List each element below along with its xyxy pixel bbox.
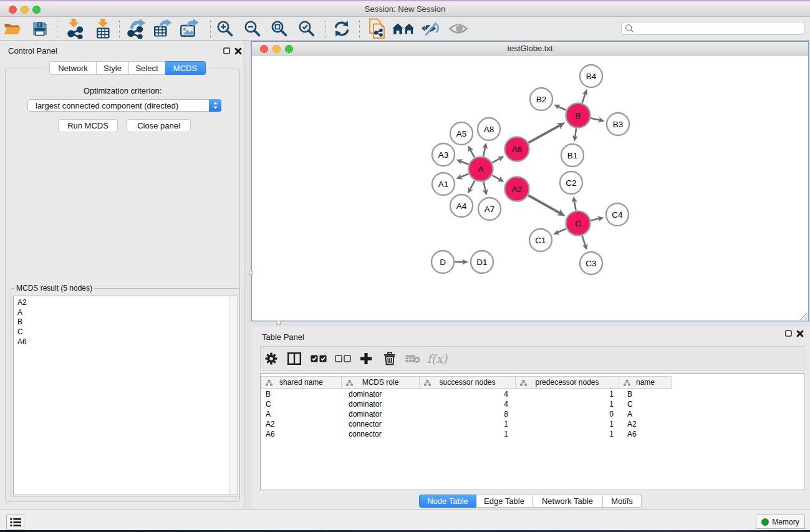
cell-predecessor_nodes[interactable]: 0 [516,409,619,419]
zoom-out-button[interactable] [244,20,261,37]
tab-select[interactable]: Select [129,61,165,75]
tab-node-table[interactable]: Node Table [419,495,476,508]
cell-mcds_role[interactable]: dominator [342,389,420,399]
mcds-result-list[interactable]: A2ABCA6 [13,296,238,495]
table-row[interactable]: A2connector11A2 [261,419,804,429]
edge-C-C1[interactable] [557,229,566,233]
deselect-all-button[interactable] [335,355,351,362]
search-field[interactable] [621,22,804,35]
mcds-result-item[interactable]: A6 [17,337,238,347]
edge-B-B1[interactable] [575,128,576,137]
cell-shared_name[interactable]: A6 [261,429,342,439]
cell-predecessor_nodes[interactable]: 1 [516,419,619,429]
add-column-button[interactable] [360,353,372,364]
cell-name[interactable]: B [619,389,672,399]
window-bottom-handle[interactable] [276,321,281,325]
cell-name[interactable]: C [619,399,672,409]
network-minimize-button[interactable] [272,45,281,53]
table-row[interactable]: A6connector11A6 [261,429,804,439]
edge-A-A2[interactable] [492,175,500,180]
show-networks-button[interactable] [392,22,415,36]
import-table-button[interactable] [94,19,112,39]
network-window-titlebar[interactable]: testGlobe.txt [252,42,808,56]
close-window-button[interactable] [9,6,17,14]
minimize-window-button[interactable] [21,6,29,14]
cell-successor_nodes[interactable]: 8 [420,409,516,419]
edge-A-A1[interactable] [460,174,468,177]
edge-B-B2[interactable] [558,107,566,110]
cell-mcds_role[interactable]: dominator [342,409,420,419]
cell-predecessor_nodes[interactable]: 1 [516,389,619,399]
show-panel-button[interactable] [448,22,468,35]
edge-B-B4[interactable] [582,94,586,103]
cell-name[interactable]: A2 [619,419,672,429]
column-header-name[interactable]: name [619,376,672,389]
cell-predecessor_nodes[interactable]: 1 [516,399,619,409]
close-panel-icon[interactable] [234,47,242,55]
edge-C-C2[interactable] [574,201,576,211]
cell-mcds_role[interactable]: dominator [342,399,420,409]
export-image-button[interactable] [180,19,199,39]
mcds-result-item[interactable]: A [17,308,238,318]
cell-mcds_role[interactable]: connector [342,419,420,429]
edge-B-B3[interactable] [591,118,600,120]
open-session-button[interactable] [4,22,21,36]
column-header-MCDS-role[interactable]: MCDS role [342,376,420,389]
memory-button[interactable]: Memory [756,515,805,529]
export-network-button[interactable] [127,19,146,39]
edge-A-A6[interactable] [492,158,500,163]
tab-motifs[interactable]: Motifs [603,495,642,508]
edge-A-A7[interactable] [483,182,485,191]
float-panel-icon[interactable] [223,47,230,54]
zoom-window-button[interactable] [32,6,41,14]
cell-mcds_role[interactable]: connector [342,429,420,439]
zoom-selected-button[interactable] [298,20,316,37]
edge-A-A5[interactable] [470,150,475,158]
run-mcds-button[interactable]: Run MCDS [58,119,118,132]
tab-edge-table[interactable]: Edge Table [476,495,533,508]
column-header-shared-name[interactable]: shared name [261,376,342,389]
cell-name[interactable]: A6 [619,429,672,439]
edge-C-C4[interactable] [591,218,599,220]
search-input[interactable] [636,24,798,33]
mcds-result-item[interactable]: A2 [17,298,238,308]
window-left-handle[interactable] [249,271,253,275]
cell-successor_nodes[interactable]: 4 [420,389,516,399]
tab-network-table[interactable]: Network Table [533,495,603,508]
task-history-button[interactable] [6,515,24,530]
close-panel-button[interactable]: Close panel [127,119,191,132]
zoom-fit-button[interactable] [271,20,288,37]
export-table-button[interactable] [153,19,172,39]
delete-table-button[interactable] [405,354,420,363]
edge-A-A8[interactable] [483,147,485,157]
cell-shared_name[interactable]: A [261,409,342,419]
network-close-button[interactable] [260,45,268,53]
network-graph[interactable]: B4B2BB3A8A5A6A3B1AA1C2A2A4A7C4CC1C3DD1 [252,56,808,321]
table-row[interactable]: Cdominator41C [261,399,804,409]
close-table-panel-icon[interactable] [796,330,804,337]
edge-A6-B[interactable] [528,125,560,143]
cell-successor_nodes[interactable]: 4 [420,399,516,409]
cell-name[interactable]: A [619,409,672,419]
node-table[interactable]: shared nameMCDS rolesuccessor nodesprede… [260,373,804,490]
edge-A2-C[interactable] [528,195,560,213]
edge-C-C3[interactable] [582,236,586,246]
function-builder-button[interactable]: f(x) [427,352,448,365]
criterion-dropdown[interactable]: largest connected component (directed) [27,99,221,112]
import-network-button[interactable] [67,19,84,39]
cell-successor_nodes[interactable]: 1 [420,429,516,439]
float-table-panel-icon[interactable] [785,330,792,337]
table-row[interactable]: Bdominator41B [261,389,804,399]
mcds-list-scrollbar[interactable] [229,296,238,495]
tab-mcds[interactable]: MCDS [165,61,206,75]
edge-A-A4[interactable] [470,181,475,190]
table-row[interactable]: Adominator80A [261,409,804,419]
cell-successor_nodes[interactable]: 1 [420,419,516,429]
save-session-button[interactable] [32,21,48,37]
mcds-result-item[interactable]: C [17,327,238,337]
resize-grip-icon[interactable] [799,312,808,320]
tab-network[interactable]: Network [49,61,97,75]
column-header-predecessor-nodes[interactable]: predecessor nodes [516,376,619,389]
hide-panel-button[interactable] [421,22,441,36]
table-settings-button[interactable] [264,352,278,365]
